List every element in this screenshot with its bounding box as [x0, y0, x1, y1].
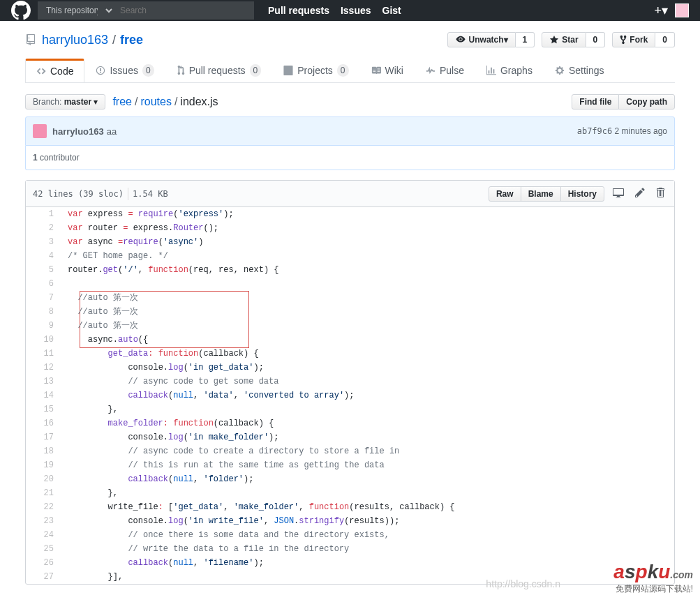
star-count[interactable]: 0 — [586, 32, 606, 47]
line-number[interactable]: 19 — [26, 458, 61, 472]
line-content: //auto 第一次 — [61, 319, 674, 333]
search-scope-select[interactable]: This repository — [38, 1, 114, 20]
create-new-icon[interactable]: +▾ — [654, 3, 668, 18]
code-line: 10 async.auto({ — [26, 333, 674, 347]
code-line: 19 // this is run at the same time as ge… — [26, 458, 674, 472]
fork-group: Fork 0 — [612, 32, 675, 47]
watch-count[interactable]: 1 — [516, 32, 535, 47]
line-number[interactable]: 13 — [26, 375, 61, 389]
desktop-icon[interactable] — [610, 184, 627, 203]
line-number[interactable]: 3 — [26, 235, 61, 249]
fork-button[interactable]: Fork — [612, 32, 655, 47]
line-content — [61, 277, 674, 291]
nav-gist[interactable]: Gist — [382, 5, 401, 16]
line-content: }, — [61, 402, 674, 416]
line-content: // once there is some data and the direc… — [61, 528, 674, 542]
tab-settings[interactable]: Settings — [544, 59, 616, 82]
commit-sha[interactable]: ab7f9c6 — [577, 126, 613, 136]
graph-icon — [486, 66, 496, 75]
tab-code[interactable]: Code — [25, 59, 84, 82]
line-content: // async code to create a directory to s… — [61, 444, 674, 458]
line-number[interactable]: 9 — [26, 319, 61, 333]
line-number[interactable]: 1 — [26, 207, 61, 221]
code-line: 8 //auto 第一次 — [26, 305, 674, 319]
code-line: 4/* GET home page. */ — [26, 249, 674, 263]
code-view: 1var express = require('express');2var r… — [26, 207, 674, 584]
line-number[interactable]: 11 — [26, 347, 61, 361]
code-line: 16 make_folder: function(callback) { — [26, 416, 674, 430]
avatar[interactable] — [675, 3, 689, 17]
github-logo-icon[interactable] — [11, 1, 31, 20]
line-number[interactable]: 25 — [26, 542, 61, 556]
line-number[interactable]: 8 — [26, 305, 61, 319]
tab-projects[interactable]: Projects0 — [272, 59, 359, 82]
line-content: console.log('in write_file', JSON.string… — [61, 514, 674, 528]
search-input[interactable] — [114, 1, 254, 20]
code-line: 25 // write the data to a file in the di… — [26, 542, 674, 556]
line-number[interactable]: 24 — [26, 528, 61, 542]
line-content: console.log('in make_folder'); — [61, 430, 674, 444]
line-content: //auto 第一次 — [61, 291, 674, 305]
code-line: 26 callback(null, 'filename'); — [26, 556, 674, 570]
line-number[interactable]: 4 — [26, 249, 61, 263]
trash-icon[interactable] — [653, 184, 667, 203]
repo-owner-link[interactable]: harryluo163 — [42, 33, 108, 47]
line-content: console.log('in get_data'); — [61, 361, 674, 375]
commit-message[interactable]: aa — [107, 126, 117, 137]
line-content: callback(null, 'data', 'converted to arr… — [61, 389, 674, 402]
tab-pulse[interactable]: Pulse — [415, 59, 475, 82]
code-icon — [36, 66, 46, 76]
nav-pull-requests[interactable]: Pull requests — [268, 5, 329, 16]
branch-select-button[interactable]: Branch: master ▾ — [25, 94, 105, 110]
repo-name-link[interactable]: free — [120, 33, 143, 47]
star-button[interactable]: Star — [542, 32, 586, 47]
url-watermark: http://blog.csdn.n — [486, 578, 560, 585]
blame-button[interactable]: Blame — [521, 186, 561, 202]
line-number[interactable]: 16 — [26, 416, 61, 430]
copy-path-button[interactable]: Copy path — [618, 94, 675, 110]
line-number[interactable]: 27 — [26, 570, 61, 584]
line-number[interactable]: 2 — [26, 221, 61, 235]
nav-issues[interactable]: Issues — [341, 5, 371, 16]
author-avatar[interactable] — [33, 124, 47, 138]
topbar: This repository Pull requests Issues Gis… — [0, 0, 700, 21]
line-number[interactable]: 23 — [26, 514, 61, 528]
line-number[interactable]: 26 — [26, 556, 61, 570]
line-number[interactable]: 17 — [26, 430, 61, 444]
contributors-bar[interactable]: 1 contributor — [25, 146, 675, 170]
fork-count[interactable]: 0 — [655, 32, 675, 47]
line-content: }, — [61, 486, 674, 500]
line-number[interactable]: 20 — [26, 472, 61, 486]
line-content: // this is run at the same time as getti… — [61, 458, 674, 472]
raw-button[interactable]: Raw — [489, 186, 521, 202]
tab-wiki[interactable]: Wiki — [360, 59, 415, 82]
line-number[interactable]: 15 — [26, 402, 61, 416]
line-number[interactable]: 21 — [26, 486, 61, 500]
breadcrumb-dir[interactable]: routes — [140, 96, 171, 108]
unwatch-group: Unwatch ▾ 1 — [447, 32, 535, 47]
edit-icon[interactable] — [632, 184, 648, 203]
tab-issues[interactable]: Issues0 — [84, 59, 165, 82]
star-icon — [549, 35, 559, 45]
repo-tabs: Code Issues0 Pull requests0 Projects0 Wi… — [25, 59, 675, 83]
tab-pull-requests[interactable]: Pull requests0 — [165, 59, 273, 82]
line-number[interactable]: 18 — [26, 444, 61, 458]
breadcrumb-root[interactable]: free — [112, 96, 132, 108]
line-content: async.auto({ — [61, 333, 674, 347]
code-line: 11 get_data: function(callback) { — [26, 347, 674, 361]
line-number[interactable]: 7 — [26, 291, 61, 305]
line-content: /* GET home page. */ — [61, 249, 674, 263]
tab-graphs[interactable]: Graphs — [475, 59, 544, 82]
line-number[interactable]: 22 — [26, 500, 61, 514]
line-content: }], — [61, 570, 674, 584]
line-number[interactable]: 14 — [26, 389, 61, 402]
line-number[interactable]: 12 — [26, 361, 61, 375]
line-number[interactable]: 5 — [26, 263, 61, 277]
history-button[interactable]: History — [560, 186, 604, 202]
line-number[interactable]: 6 — [26, 277, 61, 291]
commit-author-link[interactable]: harryluo163 — [52, 126, 104, 137]
unwatch-button[interactable]: Unwatch ▾ — [447, 32, 516, 47]
line-number[interactable]: 10 — [26, 333, 61, 347]
repo-title: harryluo163 / free — [25, 33, 143, 47]
find-file-button[interactable]: Find file — [572, 94, 619, 110]
